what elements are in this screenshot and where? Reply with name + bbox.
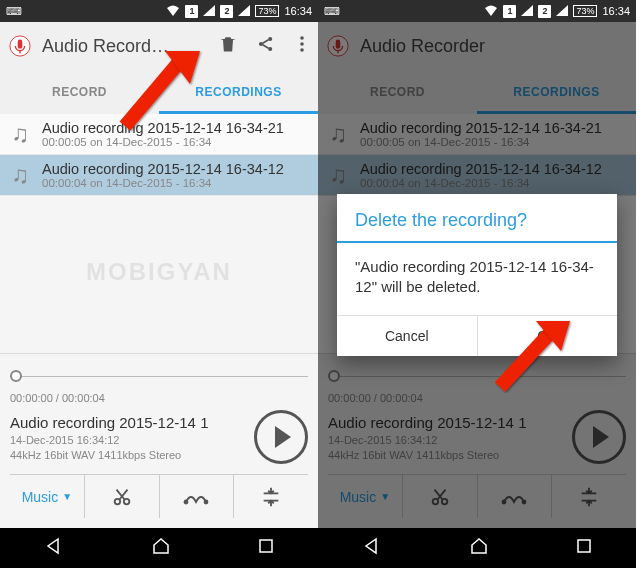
cancel-button[interactable]: Cancel — [337, 316, 478, 356]
back-button[interactable] — [362, 537, 382, 559]
sim2-badge: 2 — [220, 5, 233, 18]
status-bar: ⌨ 1 2 73% 16:34 — [318, 0, 636, 22]
svg-point-11 — [205, 500, 208, 503]
dialog-title: Delete the recording? — [337, 194, 617, 241]
music-note-icon: ♫ — [8, 120, 32, 148]
mic-icon — [8, 34, 32, 58]
status-bar: ⌨ 1 2 73% 16:34 — [0, 0, 318, 22]
player-panel: 00:00:00 / 00:00:04 Audio recording 2015… — [0, 353, 318, 528]
modal-overlay: Delete the recording? "Audio recording 2… — [318, 22, 636, 528]
tab-record[interactable]: RECORD — [0, 70, 159, 114]
svg-rect-19 — [578, 540, 590, 552]
svg-point-5 — [300, 36, 304, 40]
item-sub: 00:00:04 on 14-Dec-2015 - 16:34 — [42, 177, 310, 189]
signal-icon — [521, 5, 533, 18]
wifi-icon — [484, 5, 498, 18]
battery-status: 73% — [573, 5, 597, 17]
recent-button[interactable] — [258, 538, 274, 558]
keyboard-icon: ⌨ — [324, 5, 340, 18]
delete-dialog: Delete the recording? "Audio recording 2… — [337, 194, 617, 357]
tabs: RECORD RECORDINGS — [0, 70, 318, 114]
keyboard-icon: ⌨ — [6, 5, 22, 18]
app-bar: Audio Record… — [0, 22, 318, 70]
svg-rect-12 — [260, 540, 272, 552]
clock: 16:34 — [602, 5, 630, 17]
home-button[interactable] — [470, 537, 488, 559]
item-title: Audio recording 2015-12-14 16-34-12 — [42, 161, 310, 177]
list-item[interactable]: ♫ Audio recording 2015-12-14 16-34-12 00… — [0, 155, 318, 196]
svg-point-6 — [300, 42, 304, 46]
sim1-badge: 1 — [185, 5, 198, 18]
signal-icon-2 — [556, 5, 568, 18]
nav-bar — [0, 528, 318, 568]
wifi-icon — [166, 5, 180, 18]
player-title: Audio recording 2015-12-14 1 — [10, 414, 244, 431]
recent-button[interactable] — [576, 538, 592, 558]
svg-point-10 — [185, 500, 188, 503]
recording-list: ♫ Audio recording 2015-12-14 16-34-21 00… — [0, 114, 318, 196]
sim2-badge: 2 — [538, 5, 551, 18]
trim-button[interactable] — [85, 475, 160, 518]
delete-icon[interactable] — [218, 34, 238, 58]
signal-icon-2 — [238, 5, 250, 18]
back-button[interactable] — [44, 537, 64, 559]
ok-button[interactable]: OK — [478, 316, 618, 356]
home-button[interactable] — [152, 537, 170, 559]
item-title: Audio recording 2015-12-14 16-34-21 — [42, 120, 310, 136]
svg-point-7 — [300, 48, 304, 52]
list-item[interactable]: ♫ Audio recording 2015-12-14 16-34-21 00… — [0, 114, 318, 155]
overflow-icon[interactable] — [294, 34, 310, 58]
music-label: Music — [22, 489, 59, 505]
speed-button[interactable] — [160, 475, 235, 518]
app-title: Audio Record… — [42, 36, 208, 57]
sim1-badge: 1 — [503, 5, 516, 18]
svg-rect-1 — [18, 40, 23, 49]
screen-right: ⌨ 1 2 73% 16:34 Audio Recorder RECORD RE… — [318, 0, 636, 568]
player-date: 14-Dec-2015 16:34:12 — [10, 434, 244, 446]
nav-bar — [318, 528, 636, 568]
player-format: 44kHz 16bit WAV 1411kbps Stereo — [10, 449, 244, 461]
screen-left: ⌨ 1 2 73% 16:34 Audio Record… — [0, 0, 318, 568]
play-button[interactable] — [254, 410, 308, 464]
signal-icon — [203, 5, 215, 18]
seek-bar[interactable] — [10, 364, 308, 388]
tab-recordings[interactable]: RECORDINGS — [159, 70, 318, 114]
crop-button[interactable] — [234, 475, 308, 518]
music-category-button[interactable]: Music▼ — [10, 475, 85, 518]
battery-status: 73% — [255, 5, 279, 17]
share-icon[interactable] — [256, 34, 276, 58]
music-note-icon: ♫ — [8, 161, 32, 189]
clock: 16:34 — [284, 5, 312, 17]
watermark: MOBIGYAN — [86, 258, 232, 286]
dialog-body: "Audio recording 2015-12-14 16-34-12" wi… — [337, 257, 617, 316]
time-display: 00:00:00 / 00:00:04 — [10, 392, 308, 404]
item-sub: 00:00:05 on 14-Dec-2015 - 16:34 — [42, 136, 310, 148]
